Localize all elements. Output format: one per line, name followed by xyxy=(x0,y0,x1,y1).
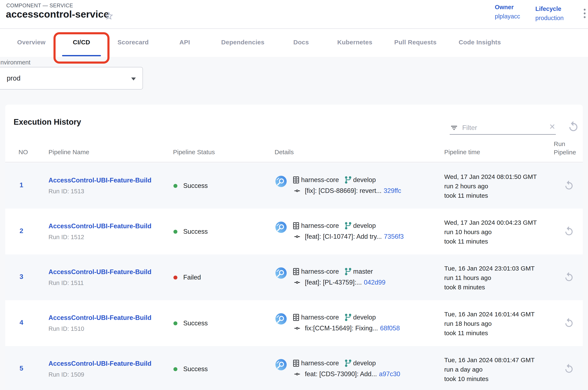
tab-code-insights[interactable]: Code Insights xyxy=(459,39,501,46)
commit-hash-link[interactable]: 68f058 xyxy=(380,325,400,332)
pipeline-execution-icon xyxy=(275,267,287,279)
repo-name: harness-core xyxy=(301,222,339,230)
time-line: took 11 minutes xyxy=(444,192,488,199)
commit-message: [feat]: [CI-10747]: Add try... xyxy=(305,233,382,241)
repository-icon xyxy=(292,222,300,230)
row-number: 3 xyxy=(11,273,31,281)
pipeline-status: Success xyxy=(173,182,208,190)
git-branch-icon xyxy=(344,359,352,367)
commit-line: feat: [CDS-73090]: Add... a97c30 xyxy=(292,370,400,378)
column-header-no: NO xyxy=(14,148,33,156)
pipeline-time: Wed, 17 Jan 2024 08:01:50 GMT run 2 hour… xyxy=(444,172,537,200)
time-line: run 11 hours ago xyxy=(444,274,491,281)
git-commit-icon xyxy=(292,280,302,285)
run-id: Run ID: 1511 xyxy=(48,280,84,287)
run-pipeline-icon[interactable] xyxy=(564,226,574,237)
git-commit-icon xyxy=(292,325,302,331)
status-label: Success xyxy=(183,182,208,190)
filter-icon xyxy=(450,124,458,132)
owner-meta: Owner plplayacc xyxy=(495,2,520,21)
commit-message: fix:[CCM-15649]: Fixing... xyxy=(305,325,378,332)
repository-icon xyxy=(292,313,300,322)
filter-input[interactable] xyxy=(462,122,535,133)
time-line: Tue, 16 Jan 2024 23:01:03 GMT xyxy=(444,265,535,272)
pipeline-name-link[interactable]: AccessControl-UBI-Feature-Build xyxy=(48,314,152,322)
status-dot-icon xyxy=(173,367,177,371)
pipeline-name-link[interactable]: AccessControl-UBI-Feature-Build xyxy=(48,177,152,184)
tab-overview[interactable]: Overview xyxy=(17,39,45,46)
run-pipeline-icon[interactable] xyxy=(564,272,574,283)
environment-select[interactable]: prod xyxy=(0,67,143,90)
commit-hash-link[interactable]: 042d99 xyxy=(364,279,385,286)
refresh-table-icon[interactable] xyxy=(567,121,580,133)
environment-section: nvironment prod xyxy=(0,57,588,105)
branch-name: master xyxy=(353,268,373,275)
run-pipeline-icon[interactable] xyxy=(564,317,574,328)
repo-branch-line: harness-core develop xyxy=(292,313,376,322)
run-pipeline-icon[interactable] xyxy=(564,180,574,191)
commit-hash-link[interactable]: a97c30 xyxy=(379,370,400,378)
column-header-status: Pipeline Status xyxy=(173,148,215,156)
commit-message: feat: [CDS-73090]: Add... xyxy=(305,370,377,378)
chevron-down-icon xyxy=(131,78,136,81)
repo-branch-line: harness-core master xyxy=(292,267,373,276)
time-line: run 10 hours ago xyxy=(444,229,492,235)
time-line: Tue, 16 Jan 2024 08:01:47 GMT xyxy=(444,356,535,363)
repo-name: harness-core xyxy=(301,176,339,184)
tab-scorecard[interactable]: Scorecard xyxy=(118,39,149,46)
status-dot-icon xyxy=(173,276,177,280)
status-dot-icon xyxy=(173,321,177,325)
commit-hash-link[interactable]: 329ffc xyxy=(384,187,401,195)
row-number: 5 xyxy=(11,364,31,372)
git-branch-icon xyxy=(344,267,352,276)
pipeline-status: Success xyxy=(173,228,208,235)
pipeline-status: Failed xyxy=(173,274,201,281)
time-line: took 11 minutes xyxy=(444,330,488,337)
filter-bar: ✕ xyxy=(450,121,556,135)
table-row: 1 AccessControl-UBI-Feature-Build Run ID… xyxy=(5,163,583,209)
pipeline-name-link[interactable]: AccessControl-UBI-Feature-Build xyxy=(48,222,152,230)
lifecycle-value-link[interactable]: production xyxy=(535,13,564,23)
pipeline-execution-icon xyxy=(275,313,287,325)
repo-name: harness-core xyxy=(301,268,339,275)
kebab-menu-icon[interactable] xyxy=(581,7,588,20)
run-id: Run ID: 1513 xyxy=(48,188,84,195)
row-number: 1 xyxy=(11,181,31,189)
run-pipeline-icon[interactable] xyxy=(564,363,574,374)
branch-name: develop xyxy=(353,222,376,230)
owner-value-link[interactable]: plplayacc xyxy=(495,12,520,21)
git-branch-icon xyxy=(344,222,352,230)
repository-icon xyxy=(292,359,300,367)
commit-line: fix:[CCM-15649]: Fixing... 68f058 xyxy=(292,325,400,332)
card-title: Execution History xyxy=(14,118,81,127)
pipeline-name-link[interactable]: AccessControl-UBI-Feature-Build xyxy=(48,360,152,367)
commit-hash-link[interactable]: 7356f3 xyxy=(384,233,404,241)
repository-icon xyxy=(292,267,300,276)
favorite-star-icon[interactable] xyxy=(104,11,114,21)
tab-pull-requests[interactable]: Pull Requests xyxy=(394,39,436,46)
page-title: accesscontrol-service xyxy=(6,8,109,20)
tab-api[interactable]: API xyxy=(180,39,190,46)
repo-name: harness-core xyxy=(301,314,339,321)
pipeline-name-link[interactable]: AccessControl-UBI-Feature-Build xyxy=(48,268,152,276)
environment-label: nvironment xyxy=(0,59,30,66)
commit-message: [feat]: [PL-43759]:... xyxy=(305,279,362,286)
pipeline-status: Success xyxy=(173,320,208,327)
time-line: run a day ago xyxy=(444,366,482,373)
time-line: Tue, 16 Jan 2024 16:01:44 GMT xyxy=(444,311,535,318)
repo-branch-line: harness-core develop xyxy=(292,222,376,230)
pipeline-time: Tue, 16 Jan 2024 16:01:44 GMT run 18 hou… xyxy=(444,309,535,338)
clear-filter-icon[interactable]: ✕ xyxy=(549,123,555,131)
tab-dependencies[interactable]: Dependencies xyxy=(221,39,264,46)
tab-docs[interactable]: Docs xyxy=(293,39,309,46)
repo-branch-line: harness-core develop xyxy=(292,359,376,367)
tab-kubernetes[interactable]: Kubernetes xyxy=(337,39,372,46)
pipeline-execution-icon xyxy=(275,359,287,371)
column-header-details: Details xyxy=(274,148,294,156)
time-line: run 18 hours ago xyxy=(444,320,492,327)
git-commit-icon xyxy=(292,371,302,377)
page-header: COMPONENT — SERVICE accesscontrol-servic… xyxy=(0,0,588,29)
pipeline-execution-icon xyxy=(275,221,287,233)
tab-cicd[interactable]: CI/CD xyxy=(73,39,90,46)
pipeline-status: Success xyxy=(173,365,208,373)
